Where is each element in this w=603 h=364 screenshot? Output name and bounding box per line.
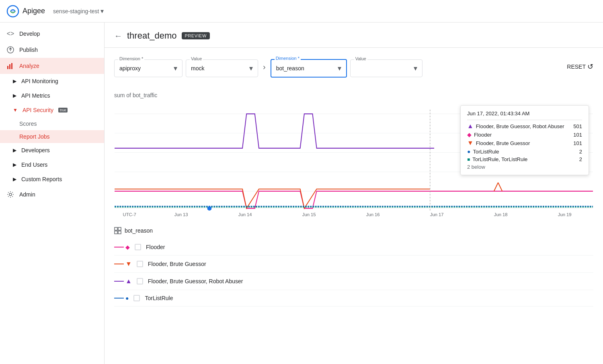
svg-line-24 xyxy=(498,182,502,191)
legend-indicator-torlist: ● xyxy=(114,295,129,301)
sidebar-label-end-users: End Users xyxy=(21,162,47,168)
sidebar-label-custom-reports: Custom Reports xyxy=(21,176,62,182)
tooltip-value-0: 501 xyxy=(573,123,582,129)
app-logo: Apigee xyxy=(6,5,45,18)
sidebar-item-develop[interactable]: <> Develop xyxy=(0,26,104,42)
sidebar-item-developers[interactable]: ▶ Developers xyxy=(0,143,104,157)
legend-label-flooder-brute: Flooder, Brute Guessor xyxy=(148,261,206,267)
sidebar-item-api-security[interactable]: ▼ API Security true xyxy=(0,103,104,117)
apigee-logo-icon xyxy=(6,5,19,18)
legend-checkbox-flooder-brute[interactable] xyxy=(137,261,143,267)
sidebar-item-custom-reports[interactable]: ▶ Custom Reports xyxy=(0,172,104,186)
svg-text:Jun 16: Jun 16 xyxy=(366,212,380,217)
legend-checkbox-torlist[interactable] xyxy=(133,295,140,301)
tooltip-label-text-3: TorListRule xyxy=(473,149,499,155)
sidebar-label-developers: Developers xyxy=(21,147,50,153)
sidebar-label-scores: Scores xyxy=(19,121,37,127)
tooltip-row-0: ▲ Flooder, Brute Guessor, Robot Abuser 5… xyxy=(467,123,582,130)
legend-marker-flooder-brute-robot: ▲ xyxy=(125,278,132,285)
app-name: Apigee xyxy=(23,7,45,15)
dimension2-group: Dimension * bot_reason ▾ xyxy=(271,59,347,78)
sidebar-item-end-users[interactable]: ▶ End Users xyxy=(0,157,104,172)
sidebar-item-api-metrics[interactable]: ▶ API Metrics xyxy=(0,88,104,103)
sidebar-label-admin: Admin xyxy=(19,191,35,198)
filter-arrow-icon: › xyxy=(261,62,267,72)
reset-icon: ↺ xyxy=(587,62,593,71)
legend-item-torlist: ● TorListRule xyxy=(114,290,593,307)
value2-group: Value ▾ xyxy=(350,59,423,77)
page-header: ← threat_demo PREVIEW xyxy=(105,22,603,48)
svg-rect-29 xyxy=(115,231,117,234)
tooltip-value-4: 2 xyxy=(579,156,582,162)
publish-icon xyxy=(6,46,14,54)
tooltip-marker-3: ● xyxy=(467,148,470,155)
value1-label: Value xyxy=(190,56,203,61)
org-chevron-icon: ▾ xyxy=(100,7,104,15)
page-title: threat_demo xyxy=(127,31,177,41)
tooltip-value-2: 101 xyxy=(573,140,582,146)
sidebar: <> Develop Publish Analyze ▶ API Monitor… xyxy=(0,22,105,364)
develop-icon: <> xyxy=(6,30,14,38)
sidebar-item-analyze[interactable]: Analyze xyxy=(0,58,104,74)
value1-select[interactable]: mock ▾ xyxy=(186,59,258,77)
dimension1-select[interactable]: apiproxy ▾ xyxy=(114,59,183,77)
value1-group: Value mock ▾ xyxy=(186,59,258,77)
legend-marker-flooder: ◆ xyxy=(125,244,130,250)
reset-button[interactable]: RESET ↺ xyxy=(567,62,593,71)
expand-icon-metrics: ▶ xyxy=(13,93,16,98)
expand-icon: ▶ xyxy=(13,78,16,84)
svg-rect-4 xyxy=(11,63,12,69)
expand-icon-cr: ▶ xyxy=(13,176,16,182)
svg-text:Jun 13: Jun 13 xyxy=(174,212,188,217)
tooltip-date: Jun 17, 2022, 01:43:34 AM xyxy=(467,110,582,117)
sidebar-label-api-metrics: API Metrics xyxy=(21,92,50,99)
dimension1-value: apiproxy xyxy=(119,65,141,72)
tooltip-label-text-2: Flooder, Brute Guessor xyxy=(476,140,530,146)
svg-rect-30 xyxy=(118,231,121,234)
org-name: sense-staging-test xyxy=(53,8,99,14)
tooltip-label-text-1: Flooder xyxy=(474,132,492,138)
svg-text:Jun 14: Jun 14 xyxy=(238,212,252,217)
reset-label: RESET xyxy=(567,63,586,70)
chart-tooltip: Jun 17, 2022, 01:43:34 AM ▲ Flooder, Bru… xyxy=(460,105,589,175)
legend-title-text: bot_reason xyxy=(125,227,153,234)
expand-icon-eu: ▶ xyxy=(13,162,16,168)
svg-rect-2 xyxy=(7,66,8,69)
svg-text:Jun 17: Jun 17 xyxy=(430,212,444,217)
legend-indicator-flooder-brute-robot: ▲ xyxy=(114,278,132,285)
tooltip-marker-1: ◆ xyxy=(467,131,472,138)
value2-chevron-icon: ▾ xyxy=(414,64,417,73)
svg-text:Jun 18: Jun 18 xyxy=(494,212,508,217)
value2-select[interactable]: ▾ xyxy=(350,59,423,77)
sidebar-item-report-jobs[interactable]: Report Jobs xyxy=(0,130,104,143)
sidebar-item-api-monitoring[interactable]: ▶ API Monitoring xyxy=(0,74,104,88)
preview-badge-security: true xyxy=(58,108,68,112)
sidebar-label-api-security: API Security xyxy=(23,107,53,113)
main-layout: <> Develop Publish Analyze ▶ API Monitor… xyxy=(0,22,603,364)
dimension2-select[interactable]: bot_reason ▾ xyxy=(271,59,347,78)
legend-item-flooder: ◆ Flooder xyxy=(114,239,593,256)
sidebar-item-scores[interactable]: Scores xyxy=(0,117,104,130)
legend-marker-flooder-brute: ▼ xyxy=(125,260,132,268)
expand-icon-security: ▼ xyxy=(13,107,18,113)
legend-indicator-flooder: ◆ xyxy=(114,244,130,250)
sidebar-label-publish: Publish xyxy=(19,47,38,53)
tooltip-label-text-0: Flooder, Brute Guessor, Robot Abuser xyxy=(476,123,564,129)
value1-chevron-icon: ▾ xyxy=(249,64,253,73)
legend-indicator-flooder-brute: ▼ xyxy=(114,260,132,268)
svg-rect-22 xyxy=(207,207,211,209)
sidebar-label-develop: Develop xyxy=(19,31,40,37)
back-button[interactable]: ← xyxy=(114,31,122,41)
dimension1-label: Dimension * xyxy=(118,56,144,61)
dimension2-value: bot_reason xyxy=(276,65,304,72)
legend-item-flooder-brute-robot: ▲ Flooder, Brute Guessor, Robot Abuser xyxy=(114,273,593,290)
svg-rect-28 xyxy=(118,227,121,230)
sidebar-item-publish[interactable]: Publish xyxy=(0,42,104,58)
org-selector[interactable]: sense-staging-test ▾ xyxy=(53,7,104,15)
sidebar-item-admin[interactable]: Admin xyxy=(0,186,104,202)
svg-text:Jun 15: Jun 15 xyxy=(302,212,316,217)
legend-checkbox-flooder-brute-robot[interactable] xyxy=(137,278,143,284)
svg-text:UTC-7: UTC-7 xyxy=(123,212,136,217)
legend-checkbox-flooder[interactable] xyxy=(135,244,141,250)
value1-value: mock xyxy=(191,65,204,72)
